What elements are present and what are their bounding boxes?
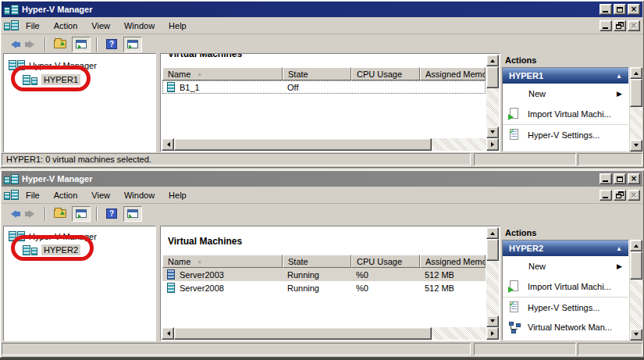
forward-button[interactable]: [23, 41, 39, 48]
menu-help[interactable]: Help: [162, 189, 194, 201]
console-tree-toggle-button[interactable]: [72, 37, 91, 52]
scroll-down-button[interactable]: [630, 329, 642, 340]
up-arrow-icon: [490, 57, 495, 62]
mdi-minimize-button[interactable]: [600, 190, 612, 201]
vm-row-server2008[interactable]: Server2008 Running %0 512 MB: [162, 281, 486, 294]
folder-icon: [54, 40, 66, 48]
column-header-name[interactable]: Name▲: [162, 67, 283, 80]
collapse-arrow-icon[interactable]: ▲: [616, 245, 622, 252]
left-arrow-icon: [165, 331, 170, 336]
action-import-virtual-machine[interactable]: Import Virtual Machi...: [503, 104, 628, 124]
export-list-button[interactable]: [51, 37, 69, 52]
horizontal-scrollbar[interactable]: [162, 138, 499, 151]
console-tree-toggle-button[interactable]: [72, 206, 91, 222]
vm-row-server2003[interactable]: Server2003 Running %0 512 MB: [162, 268, 486, 281]
action-hyperv-settings[interactable]: ✓ Hyper-V Settings...: [503, 297, 628, 317]
scrollbar-thumb[interactable]: [486, 239, 499, 261]
forward-button[interactable]: [23, 210, 39, 218]
title-bar[interactable]: Hyper-V Manager ×: [2, 2, 642, 17]
menu-action[interactable]: Action: [47, 20, 85, 32]
horizontal-scrollbar[interactable]: [162, 327, 499, 340]
mdi-close-button: ×: [628, 190, 640, 201]
action-new[interactable]: New ▶: [503, 84, 628, 104]
column-header-cpu-usage[interactable]: CPU Usage: [351, 67, 420, 80]
collapse-arrow-icon[interactable]: ▲: [616, 73, 622, 80]
close-button[interactable]: ×: [628, 173, 640, 184]
forward-arrow-icon: [29, 210, 38, 218]
actions-group-header-hyper1[interactable]: HYPER1 ▲: [503, 68, 628, 84]
scrollbar-thumb[interactable]: [174, 327, 432, 340]
title-bar[interactable]: Hyper-V Manager ×: [2, 171, 642, 187]
vm-list: Name▲ State CPU Usage Assigned Memory B1…: [162, 67, 486, 137]
maximize-button[interactable]: [614, 173, 626, 184]
scroll-right-button[interactable]: [486, 327, 499, 340]
scroll-left-button[interactable]: [162, 138, 174, 151]
actions-scrollbar[interactable]: [630, 67, 642, 151]
scrollbar-thumb[interactable]: [486, 66, 499, 88]
actions-scrollbar[interactable]: [630, 240, 642, 340]
actions-group-header-hyper2[interactable]: HYPER2 ▲: [503, 241, 628, 256]
minimize-icon: [603, 11, 608, 12]
scrollbar-thumb[interactable]: [630, 251, 642, 280]
column-header-assigned-memory[interactable]: Assigned Memory: [420, 67, 486, 80]
action-pane-icon: [127, 40, 138, 48]
help-button[interactable]: ?: [102, 37, 121, 52]
mdi-restore-button[interactable]: [614, 190, 626, 201]
column-header-state[interactable]: State: [283, 67, 351, 80]
maximize-button[interactable]: [614, 4, 626, 15]
hyperv-manager-window-2: Hyper-V Manager × File Action View Windo…: [0, 169, 644, 358]
menu-file[interactable]: File: [19, 20, 47, 32]
vertical-scrollbar[interactable]: [486, 55, 499, 138]
action-hyperv-settings[interactable]: ✓ Hyper-V Settings...: [503, 124, 628, 144]
menu-view[interactable]: View: [84, 189, 117, 201]
scroll-up-button[interactable]: [486, 55, 499, 66]
menu-file[interactable]: File: [19, 189, 47, 201]
red-highlight-circle-hyper1: [11, 66, 91, 91]
action-import-virtual-machine[interactable]: Import Virtual Machi...: [503, 276, 628, 297]
mdi-minimize-button[interactable]: [600, 20, 612, 31]
scrollbar-thumb[interactable]: [630, 79, 642, 107]
export-list-button[interactable]: [51, 206, 69, 222]
help-button[interactable]: ?: [102, 206, 121, 222]
scroll-down-button[interactable]: [630, 140, 642, 151]
menu-window[interactable]: Window: [117, 189, 162, 201]
vertical-scrollbar[interactable]: [486, 227, 499, 327]
minimize-button[interactable]: [600, 4, 612, 15]
column-header-assigned-memory[interactable]: Assigned Memory: [420, 255, 486, 268]
vm-list: Name▲ State CPU Usage Assigned Memory Se…: [162, 255, 486, 326]
scrollbar-thumb[interactable]: [174, 138, 432, 151]
menu-window[interactable]: Window: [117, 20, 162, 32]
menu-help[interactable]: Help: [162, 20, 194, 32]
vm-icon: [167, 82, 175, 92]
column-header-cpu-usage[interactable]: CPU Usage: [351, 255, 420, 268]
scroll-up-button[interactable]: [486, 227, 499, 239]
vm-icon: [167, 269, 175, 280]
close-button[interactable]: ×: [628, 4, 640, 15]
scroll-left-button[interactable]: [162, 327, 174, 340]
close-icon: ×: [631, 191, 637, 199]
scroll-up-button[interactable]: [630, 240, 642, 251]
menu-action[interactable]: Action: [47, 189, 85, 201]
scroll-down-button[interactable]: [486, 127, 499, 138]
back-button[interactable]: [5, 210, 21, 218]
right-arrow-icon: [491, 331, 496, 336]
vm-row-b1-1[interactable]: B1_1 Off: [162, 80, 486, 94]
back-button[interactable]: [5, 41, 21, 48]
minimize-icon: [603, 180, 608, 182]
menu-view[interactable]: View: [84, 20, 117, 32]
action-new[interactable]: New ▶: [503, 256, 628, 276]
right-arrow-icon: [491, 142, 496, 147]
column-header-state[interactable]: State: [283, 255, 351, 268]
scroll-right-button[interactable]: [486, 138, 499, 151]
vm-list-header: Name▲ State CPU Usage Assigned Memory: [162, 67, 486, 80]
app-icon: [4, 174, 19, 184]
action-virtual-network-manager[interactable]: Virtual Network Man...: [503, 317, 628, 337]
minimize-button[interactable]: [600, 173, 612, 184]
action-pane-toggle-button[interactable]: [123, 206, 142, 222]
scroll-up-button[interactable]: [630, 67, 642, 79]
column-header-name[interactable]: Name▲: [162, 255, 283, 268]
mdi-restore-button[interactable]: [614, 20, 626, 31]
import-vm-icon: [508, 108, 521, 120]
scroll-down-button[interactable]: [486, 315, 499, 327]
action-pane-toggle-button[interactable]: [123, 37, 142, 52]
